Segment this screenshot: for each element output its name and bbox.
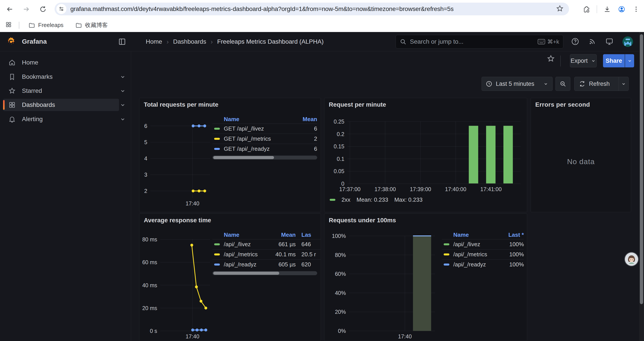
site-settings-icon[interactable] xyxy=(56,4,66,14)
panel-request-per-minute[interactable]: 0.250.20.150.10.05017:37:0017:38:0017:39… xyxy=(324,98,527,212)
scrollbar-thumb[interactable] xyxy=(213,156,274,159)
scrollbar-thumb[interactable] xyxy=(213,272,279,275)
chevron-down-icon[interactable] xyxy=(120,74,126,80)
news-rss-icon[interactable] xyxy=(588,38,597,46)
legend-col-last[interactable]: Last * xyxy=(500,231,524,238)
panel-total-requests-per-minute[interactable]: 6543217:40 Total requests per minute Nam… xyxy=(139,98,321,212)
share-button[interactable]: Share xyxy=(603,54,625,67)
legend-row[interactable]: GET /api/_/readyz 6 xyxy=(212,144,317,154)
svg-text:17:38:00: 17:38:00 xyxy=(374,186,396,192)
bookmarks-bar: Freeleaps 收藏博客 xyxy=(0,19,644,32)
legend-row[interactable]: /api/_/livez 661 µs 646 xyxy=(212,239,321,249)
avatar-illustration xyxy=(625,253,638,266)
panel-errors-per-second[interactable]: Errors per second No data xyxy=(531,98,631,212)
series-color-swatch xyxy=(444,243,449,245)
url-bar[interactable]: grafana.mathmast.com/d/deytv4rwavabkb/fr… xyxy=(54,3,569,15)
page-scrollbar-thumb[interactable] xyxy=(640,34,643,304)
chevron-down-icon[interactable] xyxy=(120,88,126,94)
assistant-avatar[interactable] xyxy=(625,253,638,266)
forward-icon[interactable] xyxy=(22,5,31,14)
svg-text:40%: 40% xyxy=(335,290,346,296)
legend-row[interactable]: GET /api/_/livez 6 xyxy=(212,124,317,134)
zoom-out-icon xyxy=(560,81,566,87)
help-icon[interactable] xyxy=(571,38,580,46)
star-icon xyxy=(8,87,16,95)
legend-row[interactable]: /api/_/metrics 40.1 ms 20.5 r xyxy=(212,249,321,259)
kiosk-monitor-icon[interactable] xyxy=(606,38,614,46)
chevron-down-icon xyxy=(621,81,626,87)
legend-col-name[interactable]: Name xyxy=(224,231,270,238)
no-data-message: No data xyxy=(531,157,631,166)
refresh-interval-dropdown[interactable] xyxy=(619,81,628,87)
legend-col-mean[interactable]: Mean xyxy=(291,116,317,123)
svg-text:100%: 100% xyxy=(332,233,346,239)
url-text[interactable]: grafana.mathmast.com/d/deytv4rwavabkb/fr… xyxy=(70,6,556,13)
share-dropdown-button[interactable] xyxy=(625,54,634,67)
browser-chrome: grafana.mathmast.com/d/deytv4rwavabkb/fr… xyxy=(0,0,644,32)
grafana-brand[interactable]: Grafana xyxy=(6,37,47,47)
legend-series-name[interactable]: 2xx xyxy=(342,196,350,203)
breadcrumb-home[interactable]: Home xyxy=(146,38,162,45)
refresh-button[interactable]: Refresh xyxy=(574,81,618,87)
svg-text:0.25: 0.25 xyxy=(334,119,344,125)
bookmark-label: 收藏博客 xyxy=(85,21,108,29)
panel-title[interactable]: Request per minute xyxy=(329,101,386,108)
legend-scrollbar[interactable] xyxy=(212,156,317,160)
bell-icon xyxy=(8,115,16,123)
svg-text:60 ms: 60 ms xyxy=(142,259,157,265)
legend-header: Name Mean xyxy=(212,115,317,124)
legend-row[interactable]: /api/_/readyz 100% xyxy=(442,259,524,269)
breadcrumb-dashboards[interactable]: Dashboards xyxy=(173,38,206,45)
legend-row[interactable]: /api/_/readyz 605 µs 620 xyxy=(212,259,321,269)
browser-toolbar: grafana.mathmast.com/d/deytv4rwavabkb/fr… xyxy=(0,0,644,19)
extensions-icon[interactable] xyxy=(582,5,591,14)
sidebar-item-label: Bookmarks xyxy=(22,73,52,80)
panel-requests-under-100ms[interactable]: 100%80%60%40%20%0%17:40 Requests under 1… xyxy=(324,213,527,341)
sidebar-item-dashboards[interactable]: Dashboards xyxy=(3,99,119,111)
legend-scrollbar[interactable] xyxy=(212,271,317,275)
request-per-minute-chart: 0.250.20.150.10.05017:37:0017:38:0017:39… xyxy=(324,98,527,212)
download-icon[interactable] xyxy=(603,5,612,14)
sidebar-item-alerting[interactable]: Alerting xyxy=(3,113,119,125)
chevron-down-icon xyxy=(591,58,596,63)
bookmark-icon xyxy=(8,73,16,81)
legend-col-name[interactable]: Name xyxy=(224,116,291,123)
chevron-down-icon[interactable] xyxy=(120,116,126,122)
search-input[interactable]: Search or jump to... ⌘+k xyxy=(396,35,563,49)
zoom-out-time-button[interactable] xyxy=(556,77,570,91)
svg-text:17:40:00: 17:40:00 xyxy=(445,186,466,192)
sidebar-item-home[interactable]: Home xyxy=(3,56,119,69)
legend-row[interactable]: /api/_/livez 100% xyxy=(442,239,524,249)
svg-text:80 ms: 80 ms xyxy=(142,236,157,242)
svg-text:0.1: 0.1 xyxy=(337,156,344,162)
legend-col-name[interactable]: Name xyxy=(453,231,500,238)
bookmarks-divider xyxy=(19,22,19,29)
legend-col-last[interactable]: Las xyxy=(296,231,321,238)
panel-title[interactable]: Total requests per minute xyxy=(144,101,218,108)
reload-icon[interactable] xyxy=(38,5,48,14)
legend-col-mean[interactable]: Mean xyxy=(270,231,296,238)
legend-row[interactable]: /api/_/metrics 100% xyxy=(442,249,524,259)
svg-text:17:41:00: 17:41:00 xyxy=(480,186,502,192)
profile-icon[interactable] xyxy=(617,5,626,14)
panel-title[interactable]: Average response time xyxy=(144,217,211,224)
favorite-dashboard-star-icon[interactable] xyxy=(547,55,556,63)
legend-row[interactable]: GET /api/_/metrics 2 xyxy=(212,134,317,144)
back-icon[interactable] xyxy=(5,5,14,14)
brand-name: Grafana xyxy=(22,38,47,45)
chevron-down-icon[interactable] xyxy=(120,102,126,108)
export-button[interactable]: Export xyxy=(570,54,597,67)
bookmark-folder-blogs[interactable]: 收藏博客 xyxy=(72,20,111,31)
bookmark-star-icon[interactable] xyxy=(556,5,565,14)
user-avatar[interactable] xyxy=(622,37,633,47)
panel-average-response-time[interactable]: 80 ms60 ms40 ms20 ms0 s17:40 Average res… xyxy=(139,213,321,341)
menu-kebab-icon[interactable] xyxy=(632,5,640,14)
sidebar-item-bookmarks[interactable]: Bookmarks xyxy=(3,71,119,83)
time-range-picker[interactable]: Last 5 minutes xyxy=(482,77,552,91)
panel-title[interactable]: Errors per second xyxy=(535,101,590,108)
collapse-sidebar-icon[interactable] xyxy=(118,38,126,46)
bookmark-folder-freeleaps[interactable]: Freeleaps xyxy=(25,20,67,30)
sidebar-item-starred[interactable]: Starred xyxy=(3,85,119,97)
panel-title[interactable]: Requests under 100ms xyxy=(329,217,396,224)
apps-grid-icon[interactable] xyxy=(5,21,13,29)
